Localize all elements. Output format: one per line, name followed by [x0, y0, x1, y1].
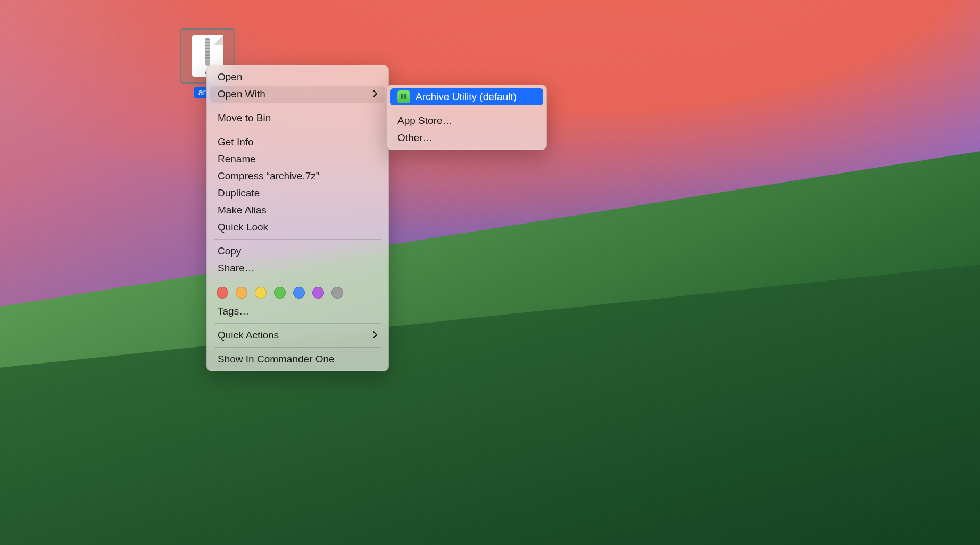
- menu-item-label: Compress “archive.7z”: [218, 170, 319, 182]
- submenu-item-archive-utility[interactable]: Archive Utility (default): [390, 88, 543, 105]
- menu-item-label: Open With: [218, 88, 265, 100]
- submenu-item-other[interactable]: Other…: [390, 129, 543, 146]
- menu-item-quick-look[interactable]: Quick Look: [210, 219, 385, 236]
- tag-color-4[interactable]: [293, 287, 305, 299]
- tag-color-5[interactable]: [312, 287, 324, 299]
- desktop[interactable]: 7z archi Open Open With Move to Bin Get …: [0, 0, 980, 545]
- menu-separator: [214, 347, 381, 348]
- menu-item-label: Copy: [218, 245, 241, 257]
- menu-item-tags[interactable]: Tags…: [210, 303, 385, 320]
- submenu-item-app-store[interactable]: App Store…: [390, 112, 543, 129]
- menu-item-label: Open: [218, 71, 242, 83]
- menu-item-label: Share…: [218, 262, 255, 274]
- menu-item-label: Make Alias: [218, 204, 267, 216]
- menu-item-copy[interactable]: Copy: [210, 243, 385, 260]
- menu-item-rename[interactable]: Rename: [210, 151, 385, 168]
- tag-color-1[interactable]: [236, 287, 247, 299]
- menu-separator: [214, 280, 381, 280]
- menu-item-duplicate[interactable]: Duplicate: [210, 185, 385, 202]
- menu-separator: [394, 109, 539, 109]
- menu-item-open[interactable]: Open: [210, 69, 385, 86]
- menu-item-label: Get Info: [218, 136, 254, 148]
- chevron-right-icon: [373, 330, 378, 341]
- menu-item-label: Archive Utility (default): [416, 91, 517, 103]
- menu-separator: [214, 239, 381, 240]
- menu-item-get-info[interactable]: Get Info: [210, 134, 385, 151]
- chevron-right-icon: [373, 89, 378, 100]
- menu-item-label: App Store…: [397, 115, 453, 127]
- menu-separator: [214, 130, 381, 130]
- menu-item-compress[interactable]: Compress “archive.7z”: [210, 168, 385, 185]
- menu-item-label: Rename: [218, 153, 256, 165]
- tag-color-3[interactable]: [274, 287, 286, 299]
- menu-item-make-alias[interactable]: Make Alias: [210, 202, 385, 219]
- menu-item-label: Move to Bin: [218, 112, 271, 124]
- tag-color-6[interactable]: [331, 287, 343, 299]
- menu-item-label: Quick Actions: [218, 329, 279, 341]
- menu-item-show-in-commander-one[interactable]: Show In Commander One: [210, 351, 385, 368]
- menu-item-label: Quick Look: [218, 221, 268, 233]
- context-menu: Open Open With Move to Bin Get Info Rena…: [206, 65, 389, 371]
- menu-item-share[interactable]: Share…: [210, 260, 385, 277]
- menu-item-open-with[interactable]: Open With: [210, 86, 385, 103]
- open-with-submenu: Archive Utility (default) App Store… Oth…: [386, 85, 547, 150]
- menu-item-label: Duplicate: [218, 187, 260, 199]
- menu-separator: [214, 323, 381, 324]
- menu-item-label: Other…: [397, 132, 433, 144]
- tag-color-0[interactable]: [217, 287, 228, 299]
- menu-item-label: Tags…: [218, 305, 249, 317]
- archive-utility-icon: [397, 90, 410, 103]
- menu-item-quick-actions[interactable]: Quick Actions: [210, 327, 385, 344]
- menu-item-move-to-bin[interactable]: Move to Bin: [210, 110, 385, 127]
- tag-color-row: [210, 284, 385, 303]
- tag-color-2[interactable]: [255, 287, 267, 299]
- menu-item-label: Show In Commander One: [218, 353, 335, 365]
- menu-separator: [214, 106, 381, 106]
